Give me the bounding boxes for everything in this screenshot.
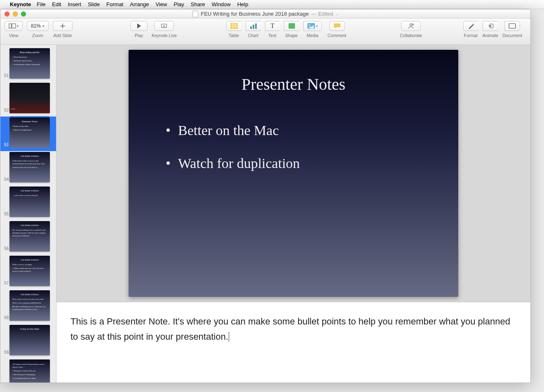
thumbnail-preview: All business and self-promotion comes do…: [9, 359, 50, 383]
thumbnail-preview: Get better reviewsNo, not pretending to …: [9, 221, 50, 252]
slide-thumbnail[interactable]: 58Get better reviewsThen write reviews o…: [0, 289, 56, 324]
canvas-area: Presenter Notes Better on the Mac Watch …: [56, 45, 530, 383]
svg-rect-10: [334, 23, 340, 27]
menu-arrange[interactable]: Arrange: [130, 1, 149, 7]
animate-label: Animate: [483, 33, 499, 38]
slide-bullets[interactable]: Better on the Mac Watch for duplication: [162, 123, 425, 171]
notes-text[interactable]: This is a Presenter Note. It's where you…: [70, 316, 510, 342]
menu-edit[interactable]: Edit: [52, 1, 61, 7]
edited-label: — Edited: [311, 11, 333, 17]
view-button[interactable]: ▾: [5, 21, 23, 31]
svg-rect-7: [288, 23, 295, 29]
document-label: Document: [502, 33, 522, 38]
keynote-window: FEU Writing for Business June 2018 packa…: [0, 9, 531, 383]
animate-icon: [487, 23, 494, 29]
thumbnail-preview: Get better reviewsUnderstand what review…: [9, 152, 50, 182]
slide-navigator[interactable]: 51Responding quickly• Word document• Out…: [0, 45, 56, 383]
slide-thumbnail[interactable]: 52: [0, 82, 56, 117]
add-slide-button[interactable]: [53, 21, 73, 31]
slide-number: 52: [2, 108, 9, 113]
media-button[interactable]: ▾: [303, 21, 322, 31]
comment-button[interactable]: [329, 21, 345, 31]
animate-button[interactable]: [483, 21, 498, 31]
slide-number: 54: [2, 177, 9, 182]
slide-number: 58: [2, 315, 9, 321]
chart-button[interactable]: [246, 21, 261, 31]
svg-rect-6: [255, 23, 257, 29]
close-button[interactable]: [5, 12, 9, 16]
toolbar: ▾ View 81%▾ Zoom Add Slide Play: [0, 19, 530, 45]
svg-rect-0: [9, 24, 11, 28]
zoom-label: Zoom: [32, 33, 43, 38]
slide-thumbnail[interactable]: 57Get better reviewsWrite a review of to…: [0, 255, 56, 289]
slide-area[interactable]: Presenter Notes Better on the Mac Watch …: [56, 45, 530, 302]
menu-slide[interactable]: Slide: [88, 1, 100, 7]
thumbnail-preview: Get better reviews…write some reviews yo…: [9, 187, 50, 217]
play-label: Play: [135, 33, 143, 38]
menu-format[interactable]: Format: [106, 1, 123, 7]
slide-bullet[interactable]: Better on the Mac: [166, 123, 425, 138]
text-button[interactable]: T: [265, 21, 280, 31]
chevron-down-icon: ▾: [42, 24, 45, 28]
svg-rect-3: [230, 23, 238, 29]
thumbnail-preview: Presenter Notes• Better on the Mac• Watc…: [9, 117, 50, 148]
slide-thumbnail[interactable]: 59Today in One Slide: [0, 324, 56, 359]
slide-title[interactable]: Presenter Notes: [162, 75, 425, 94]
format-button[interactable]: [463, 21, 478, 31]
presenter-notes[interactable]: This is a Presenter Note. It's where you…: [56, 302, 530, 383]
view-label: View: [9, 33, 19, 38]
collaborate-icon: [407, 23, 415, 29]
slide-thumbnail[interactable]: 56Get better reviewsNo, not pretending t…: [0, 220, 56, 255]
menu-share[interactable]: Share: [191, 1, 205, 7]
document-icon: [509, 23, 516, 29]
thumbnail-preview: Get better reviewsThen write reviews of …: [9, 290, 50, 321]
menu-help[interactable]: Help: [237, 1, 249, 7]
app-name[interactable]: Keynote: [10, 1, 31, 7]
traffic-lights: [0, 12, 26, 16]
document-icon: [192, 11, 198, 17]
view-icon: [9, 23, 16, 29]
table-label: Table: [229, 33, 239, 38]
play-button[interactable]: [130, 21, 148, 31]
fullscreen-button[interactable]: [21, 12, 26, 16]
svg-rect-1: [12, 24, 16, 28]
thumbnail-preview: Responding quickly• Word document• Outlo…: [9, 48, 50, 79]
add-slide-label: Add Slide: [54, 33, 72, 38]
slide-thumbnail[interactable]: 53Presenter Notes• Better on the Mac• Wa…: [0, 117, 56, 151]
media-icon: [307, 23, 315, 29]
slide-thumbnail[interactable]: 54Get better reviewsUnderstand what revi…: [0, 151, 56, 186]
text-label: Text: [268, 33, 276, 38]
svg-rect-14: [509, 23, 516, 28]
comment-icon: [333, 23, 341, 29]
window-title[interactable]: FEU Writing for Business June 2018 packa…: [192, 11, 338, 17]
slide-thumbnail[interactable]: 51Responding quickly• Word document• Out…: [0, 47, 56, 82]
media-label: Media: [307, 33, 319, 38]
zoom-dropdown[interactable]: 81%▾: [27, 21, 49, 31]
slide-number: 55: [2, 212, 9, 217]
chart-label: Chart: [248, 33, 258, 38]
menu-file[interactable]: File: [37, 1, 45, 7]
table-icon: [230, 23, 238, 29]
minimize-button[interactable]: [13, 12, 18, 16]
keynote-live-label: Keynote Live: [152, 33, 177, 38]
zoom-value: 81%: [31, 23, 41, 29]
keynote-live-button[interactable]: [154, 21, 174, 31]
document-button[interactable]: [504, 21, 520, 31]
shape-icon: [288, 23, 295, 29]
slide[interactable]: Presenter Notes Better on the Mac Watch …: [129, 50, 458, 297]
menu-view[interactable]: View: [156, 1, 167, 7]
chevron-down-icon[interactable]: ⌵: [336, 12, 338, 16]
shape-button[interactable]: [284, 21, 299, 31]
play-icon: [135, 23, 143, 29]
slide-bullet[interactable]: Watch for duplication: [166, 156, 425, 171]
menu-window[interactable]: Window: [211, 1, 230, 7]
window-title-text: FEU Writing for Business June 2018 packa…: [201, 11, 309, 17]
table-button[interactable]: [226, 21, 242, 31]
slide-thumbnail[interactable]: 55Get better reviews…write some reviews …: [0, 186, 56, 220]
menu-insert[interactable]: Insert: [68, 1, 82, 7]
format-icon: [467, 23, 475, 29]
menu-play[interactable]: Play: [174, 1, 184, 7]
slide-thumbnail[interactable]: 60All business and self-promotion comes …: [0, 359, 56, 383]
collaborate-button[interactable]: [401, 21, 421, 31]
svg-rect-4: [250, 26, 252, 29]
